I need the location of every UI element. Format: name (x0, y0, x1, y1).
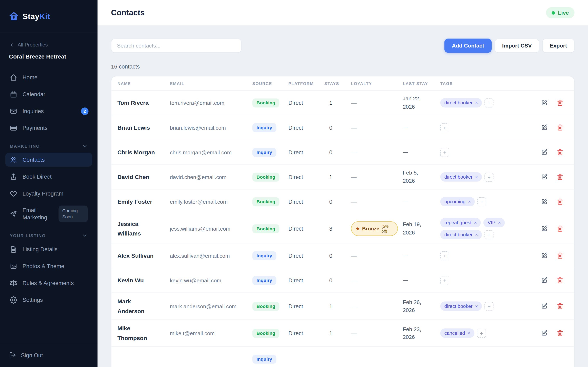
tag-remove-icon[interactable]: × (475, 174, 478, 180)
add-contact-button[interactable]: Add Contact (444, 39, 492, 53)
delete-contact-button[interactable] (557, 149, 563, 155)
tag-label: repeat guest (444, 220, 472, 225)
edit-contact-button[interactable] (541, 330, 547, 336)
contacts-table: NAME EMAIL SOURCE PLATFORM STAYS LOYALTY… (111, 76, 575, 367)
edit-contact-button[interactable] (541, 174, 547, 180)
table-row: Alex Sullivan alex.sullivan@email.com In… (112, 243, 574, 268)
loyalty-cell: — (351, 303, 403, 309)
platform-value: Direct (288, 277, 324, 284)
add-tag-button[interactable]: + (484, 302, 493, 311)
last-stay-value: — (403, 148, 440, 156)
add-tag-button[interactable]: + (484, 230, 493, 239)
table-row: David Chen david.chen@email.com Booking … (112, 165, 574, 189)
contact-email: brian.lewis@email.com (170, 125, 252, 131)
edit-contact-button[interactable] (541, 198, 547, 205)
sign-out-button[interactable]: Sign Out (9, 352, 88, 359)
edit-contact-button[interactable] (541, 277, 547, 284)
tag-pill: upcoming× (440, 197, 475, 206)
tags-cell: direct booker×+ (440, 98, 522, 108)
tags-cell: + (440, 123, 522, 132)
edit-icon (541, 303, 547, 309)
import-csv-button[interactable]: Import CSV (495, 39, 539, 53)
sidebar-item-settings[interactable]: Settings (5, 293, 92, 307)
edit-contact-button[interactable] (541, 252, 547, 259)
search-input[interactable] (111, 39, 242, 53)
export-button[interactable]: Export (542, 39, 575, 53)
edit-contact-button[interactable] (541, 303, 547, 309)
source-badge: Booking (252, 302, 279, 311)
tag-pill: cancelled× (440, 328, 474, 338)
stays-value: 0 (324, 198, 332, 205)
tag-remove-icon[interactable]: × (475, 232, 478, 237)
loyalty-cell: — (351, 174, 403, 180)
row-actions (522, 277, 568, 284)
delete-contact-button[interactable] (557, 198, 563, 205)
add-tag-button[interactable]: + (440, 251, 449, 260)
delete-contact-button[interactable] (557, 225, 563, 232)
sidebar-item-inquiries[interactable]: Inquiries 2 (5, 104, 92, 118)
tag-remove-icon[interactable]: × (475, 304, 478, 309)
loyalty-cell: — (351, 277, 403, 284)
gear-icon (10, 296, 17, 304)
trash-icon (557, 124, 563, 131)
tags-cell: + (440, 148, 522, 157)
edit-contact-button[interactable] (541, 124, 547, 131)
add-tag-button[interactable]: + (484, 98, 493, 107)
sidebar-item-book-direct[interactable]: Book Direct (5, 170, 92, 184)
sidebar-item-home[interactable]: Home (5, 70, 92, 84)
edit-contact-button[interactable] (541, 149, 547, 155)
tag-remove-icon[interactable]: × (475, 100, 478, 105)
edit-contact-button[interactable] (541, 225, 547, 232)
brand-name: StayKit (22, 12, 50, 21)
add-tag-button[interactable]: + (484, 173, 493, 182)
source-badge: Inquiry (252, 251, 276, 260)
contact-email: mark.anderson@email.com (170, 303, 252, 309)
edit-icon (541, 149, 547, 155)
platform-value: Direct (288, 198, 324, 205)
row-actions (522, 124, 568, 131)
sidebar-item-loyalty-program[interactable]: Loyalty Program (5, 187, 92, 200)
delete-contact-button[interactable] (557, 303, 563, 309)
add-tag-button[interactable]: + (440, 276, 449, 285)
sidebar-item-payments[interactable]: Payments (5, 121, 92, 135)
add-tag-button[interactable]: + (440, 148, 449, 157)
add-tag-button[interactable]: + (477, 329, 486, 338)
delete-contact-button[interactable] (557, 252, 563, 259)
chevron-down-icon (82, 233, 87, 239)
sidebar-item-calendar[interactable]: Calendar (5, 87, 92, 101)
star-icon: ★ (355, 226, 360, 231)
all-properties-link[interactable]: All Properties (9, 42, 88, 48)
sidebar-item-listing-details[interactable]: Listing Details (5, 242, 92, 256)
sidebar-item-contacts[interactable]: Contacts (5, 153, 92, 167)
contact-email: tom.rivera@email.com (170, 100, 252, 106)
sidebar-item-email-marketing[interactable]: Email Marketing Coming Soon (5, 203, 92, 224)
sidebar-item-rules-agreements[interactable]: Rules & Agreements (5, 276, 92, 290)
table-row: Kevin Wu kevin.wu@email.com Inquiry Dire… (112, 268, 574, 293)
delete-contact-button[interactable] (557, 100, 563, 106)
delete-contact-button[interactable] (557, 277, 563, 284)
delete-contact-button[interactable] (557, 174, 563, 180)
tag-remove-icon[interactable]: × (467, 331, 470, 336)
tag-remove-icon[interactable]: × (474, 220, 477, 225)
app-window: StayKit All Properties Coral Breeze Retr… (0, 0, 588, 367)
tag-label: cancelled (444, 330, 465, 336)
contact-name: Emily Foster (117, 197, 170, 207)
delete-contact-button[interactable] (557, 330, 563, 336)
add-tag-button[interactable]: + (440, 123, 449, 132)
sidebar-section-your-listing[interactable]: YOUR LISTING (5, 227, 92, 242)
table-header-row: NAME EMAIL SOURCE PLATFORM STAYS LOYALTY… (112, 76, 574, 91)
add-tag-button[interactable]: + (477, 197, 486, 206)
sidebar-item-photos-theme[interactable]: Photos & Theme (5, 259, 92, 273)
image-icon (10, 262, 17, 270)
tag-remove-icon[interactable]: × (498, 220, 501, 225)
table-row: Brian Lewis brian.lewis@email.com Inquir… (112, 115, 574, 140)
delete-contact-button[interactable] (557, 124, 563, 131)
stays-value: 0 (324, 124, 332, 131)
contact-name: Kevin Wu (117, 275, 170, 285)
last-stay-value: — (403, 124, 440, 132)
sidebar-section-marketing[interactable]: MARKETING (5, 138, 92, 153)
row-actions (522, 303, 568, 309)
contact-email: alex.sullivan@email.com (170, 253, 252, 259)
edit-contact-button[interactable] (541, 100, 547, 106)
tag-remove-icon[interactable]: × (468, 199, 471, 204)
